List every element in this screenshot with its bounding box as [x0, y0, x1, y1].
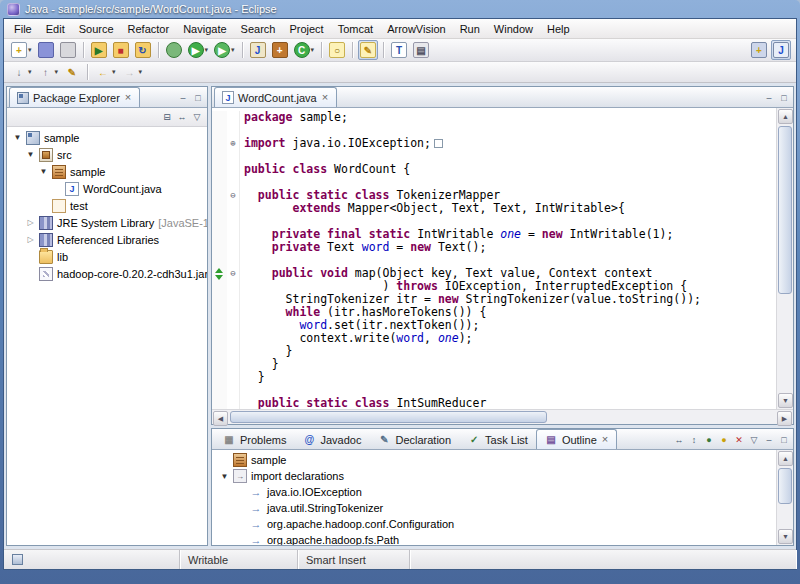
link-with-editor-button[interactable]: ↔ [175, 111, 189, 124]
folding-bar[interactable] [227, 202, 240, 215]
tab-declaration[interactable]: ✎Declaration [369, 429, 459, 449]
menu-source[interactable]: Source [72, 21, 121, 37]
menu-file[interactable]: File [7, 21, 39, 37]
filter-fields-button[interactable]: ● [702, 433, 716, 446]
tree-item-src[interactable]: ▼src [7, 146, 207, 163]
outline-item-org-apache-hadoop-fs-path[interactable]: org.apache.hadoop.fs.Path [212, 532, 776, 545]
tomcat-restart-button[interactable]: ↻ [133, 40, 153, 60]
menu-arrowvision[interactable]: ArrowVision [380, 21, 453, 37]
folding-bar[interactable] [227, 163, 240, 176]
folding-bar[interactable] [227, 345, 240, 358]
scrollbar-thumb[interactable] [778, 468, 792, 504]
tomcat-stop-button[interactable]: ■ [111, 40, 131, 60]
folding-bar[interactable] [227, 241, 240, 254]
tree-item-jre-system-library[interactable]: ▷JRE System Library[JavaSE-1.6] [7, 214, 207, 231]
scroll-up-icon[interactable]: ▲ [778, 109, 793, 124]
filter-static-button[interactable]: ● [717, 433, 731, 446]
outline-item-java-io-ioexception[interactable]: java.io.IOException [212, 484, 776, 500]
console-button[interactable]: ▤ [411, 40, 431, 60]
scrollbar-thumb[interactable] [230, 411, 547, 423]
print-button[interactable] [58, 40, 78, 60]
scroll-right-icon[interactable]: ▶ [777, 411, 792, 426]
folding-bar[interactable] [227, 332, 240, 345]
dropdown-arrow-icon[interactable]: ▾ [231, 46, 235, 54]
folding-bar[interactable] [227, 215, 240, 228]
tomcat-start-button[interactable]: ▶ [89, 40, 109, 60]
tab-task-list[interactable]: ✓Task List [459, 429, 536, 449]
dropdown-arrow-icon[interactable]: ▾ [55, 68, 59, 76]
forward-button[interactable]: →▾ [120, 62, 145, 82]
outline-item-org-apache-hadoop-conf-configuration[interactable]: org.apache.hadoop.conf.Configuration [212, 516, 776, 532]
tree-item-test[interactable]: test [7, 197, 207, 214]
scrollbar-thumb[interactable] [778, 126, 792, 294]
menu-search[interactable]: Search [234, 21, 283, 37]
tree-item-sample[interactable]: ▼sample [7, 163, 207, 180]
expand-arrow-icon[interactable]: ▼ [13, 133, 22, 142]
new-wizard-button[interactable]: +▾ [9, 40, 34, 60]
menu-help[interactable]: Help [540, 21, 577, 37]
folding-bar[interactable] [227, 150, 240, 163]
folding-bar[interactable] [227, 228, 240, 241]
new-java-project-button[interactable]: J [248, 40, 268, 60]
new-class-button[interactable]: C▾ [292, 40, 317, 60]
run-button[interactable]: ▶▾ [186, 40, 211, 60]
open-type-button[interactable]: T [389, 40, 409, 60]
folding-bar[interactable] [227, 397, 240, 409]
tree-item-sample[interactable]: ▼sample [7, 129, 207, 146]
outline-item-java-util-stringtokenizer[interactable]: java.util.StringTokenizer [212, 500, 776, 516]
folding-bar[interactable]: ⊖ [227, 267, 240, 280]
minimize-button[interactable]: – [762, 433, 776, 446]
tab-problems[interactable]: ▦Problems [214, 429, 294, 449]
dropdown-arrow-icon[interactable]: ▾ [311, 46, 315, 54]
folding-bar[interactable] [227, 111, 240, 124]
folding-bar[interactable]: ⊕ [227, 137, 240, 150]
last-edit-location-button[interactable]: ✎ [62, 62, 82, 82]
maximize-button[interactable]: □ [777, 433, 791, 446]
close-icon[interactable]: × [124, 92, 132, 103]
maximize-button[interactable]: □ [191, 91, 205, 104]
dropdown-arrow-icon[interactable]: ▾ [112, 68, 116, 76]
menu-run[interactable]: Run [453, 21, 487, 37]
scroll-down-icon[interactable]: ▼ [778, 393, 793, 408]
tab-outline[interactable]: ▤Outline× [536, 429, 617, 449]
dropdown-arrow-icon[interactable]: ▾ [28, 46, 32, 54]
save-button[interactable] [36, 40, 56, 60]
menu-navigate[interactable]: Navigate [176, 21, 233, 37]
collapse-all-button[interactable]: ⊟ [160, 111, 174, 124]
expand-arrow-icon[interactable]: ▼ [220, 472, 229, 481]
code-area[interactable]: package sample;⊕import java.io.IOExcepti… [212, 108, 776, 409]
dropdown-arrow-icon[interactable]: ▾ [139, 68, 143, 76]
new-package-button[interactable]: + [270, 40, 290, 60]
close-icon[interactable]: × [321, 92, 329, 103]
back-button[interactable]: ←▾ [93, 62, 118, 82]
scroll-down-icon[interactable]: ▼ [778, 529, 793, 544]
folded-region-box[interactable] [434, 139, 443, 148]
outline-vertical-scrollbar[interactable]: ▲ ▼ [776, 450, 793, 545]
minimize-button[interactable]: – [176, 91, 190, 104]
menu-edit[interactable]: Edit [39, 21, 72, 37]
menu-refactor[interactable]: Refactor [121, 21, 177, 37]
menu-tomcat[interactable]: Tomcat [331, 21, 380, 37]
tree-item-wordcount-java[interactable]: WordCount.java [7, 180, 207, 197]
mark-occurrences-button[interactable]: ✎ [358, 40, 378, 60]
folding-bar[interactable] [227, 319, 240, 332]
tree-item-lib[interactable]: lib [7, 248, 207, 265]
folding-bar[interactable]: ⊖ [227, 189, 240, 202]
outline-item-import-declarations[interactable]: ▼import declarations [212, 468, 776, 484]
view-menu-button[interactable]: ▽ [190, 111, 204, 124]
prev-annotation-button[interactable]: ↑▾ [36, 62, 61, 82]
expand-arrow-icon[interactable]: ▷ [26, 235, 35, 244]
link-with-editor-button[interactable]: ↔ [672, 433, 686, 446]
menu-window[interactable]: Window [487, 21, 540, 37]
tab-wordcount-java[interactable]: WordCount.java × [214, 87, 337, 107]
expand-arrow-icon[interactable]: ▷ [26, 218, 35, 227]
filter-nonpublic-button[interactable]: ✕ [732, 433, 746, 446]
folding-bar[interactable] [227, 124, 240, 137]
search-button[interactable]: ○ [327, 40, 347, 60]
scroll-up-icon[interactable]: ▲ [778, 451, 793, 466]
maximize-button[interactable]: □ [777, 91, 791, 104]
tree-item-referenced-libraries[interactable]: ▷Referenced Libraries [7, 231, 207, 248]
expand-arrow-icon[interactable]: ▼ [39, 167, 48, 176]
dropdown-arrow-icon[interactable]: ▾ [28, 68, 32, 76]
minimize-button[interactable]: – [762, 91, 776, 104]
